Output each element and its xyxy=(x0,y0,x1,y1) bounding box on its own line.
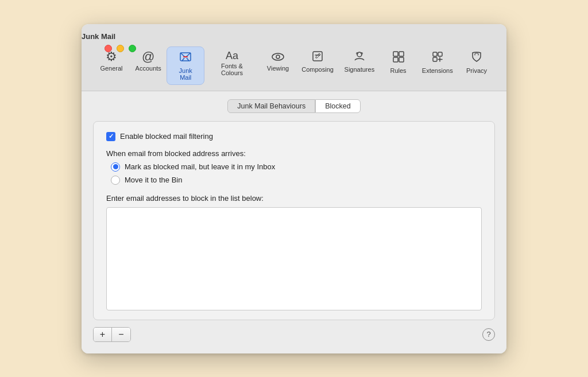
toolbar-label-general: General xyxy=(100,65,122,72)
toolbar-item-accounts[interactable]: @ Accounts xyxy=(130,46,167,85)
svg-rect-14 xyxy=(393,57,398,62)
remove-button[interactable]: − xyxy=(112,328,130,341)
when-email-label: When email from blocked address arrives: xyxy=(106,149,482,158)
tab-junk-mail-behaviours[interactable]: Junk Mail Behaviours xyxy=(227,99,315,113)
toolbar-label-accounts: Accounts xyxy=(136,65,161,72)
toolbar-label-fonts-colours: Fonts & Colours xyxy=(211,63,253,76)
toolbar-item-extensions[interactable]: Extensions xyxy=(417,46,458,85)
add-remove-group: + − xyxy=(93,327,131,342)
radio-row-move-to-bin: Move it to the Bin xyxy=(111,176,482,185)
radio-group: Mark as blocked mail, but leave it in my… xyxy=(111,162,482,185)
svg-rect-16 xyxy=(433,52,437,56)
svg-point-7 xyxy=(276,55,280,59)
svg-rect-12 xyxy=(393,52,398,56)
enable-filtering-label: Enable blocked mail filtering xyxy=(120,132,213,141)
toolbar-label-viewing: Viewing xyxy=(267,65,289,72)
toolbar-item-signatures[interactable]: Signatures xyxy=(339,46,380,85)
junk-mail-icon xyxy=(179,50,192,65)
content-area: Junk Mail Behaviours Blocked Enable bloc… xyxy=(82,91,506,353)
toolbar-item-viewing[interactable]: Viewing xyxy=(260,46,296,85)
radio-label-move-to-bin: Move it to the Bin xyxy=(125,176,182,184)
svg-point-6 xyxy=(272,53,284,60)
rules-icon xyxy=(392,50,405,65)
radio-mark-as-blocked[interactable] xyxy=(111,162,120,172)
tab-blocked[interactable]: Blocked xyxy=(315,99,360,113)
toolbar-item-fonts-colours[interactable]: Aa Fonts & Colours xyxy=(204,46,260,85)
svg-rect-8 xyxy=(313,52,322,61)
svg-rect-17 xyxy=(438,52,442,56)
privacy-icon xyxy=(471,50,482,65)
fonts-icon: Aa xyxy=(226,50,238,61)
list-label: Enter email addresses to block in the li… xyxy=(106,194,482,203)
radio-label-mark-as-blocked: Mark as blocked mail, but leave it in my… xyxy=(125,162,275,171)
composing-icon xyxy=(312,50,323,64)
radio-move-to-bin[interactable] xyxy=(111,176,120,185)
toolbar-item-privacy[interactable]: Privacy xyxy=(458,46,495,85)
toolbar-label-junk-mail: Junk Mail xyxy=(173,67,198,81)
main-window: Junk Mail ⚙ General @ Accounts xyxy=(82,24,506,353)
svg-rect-15 xyxy=(399,57,404,62)
add-button[interactable]: + xyxy=(94,328,112,341)
titlebar: Junk Mail ⚙ General @ Accounts xyxy=(82,24,506,91)
close-button[interactable] xyxy=(105,45,112,52)
toolbar-item-rules[interactable]: Rules xyxy=(380,46,417,85)
window-title: Junk Mail xyxy=(82,32,506,41)
maximize-button[interactable] xyxy=(129,45,136,52)
toolbar-label-signatures: Signatures xyxy=(345,66,375,73)
toolbar-label-extensions: Extensions xyxy=(422,67,453,74)
toolbar-item-junk-mail[interactable]: Junk Mail xyxy=(167,46,204,85)
email-list-area[interactable] xyxy=(106,207,482,310)
signatures-icon xyxy=(353,50,366,64)
viewing-icon xyxy=(272,50,284,63)
svg-rect-13 xyxy=(399,52,404,56)
svg-rect-18 xyxy=(433,57,437,61)
toolbar-item-general[interactable]: ⚙ General xyxy=(93,46,130,85)
toolbar-label-rules: Rules xyxy=(390,67,406,74)
toolbar-label-privacy: Privacy xyxy=(466,67,487,74)
gear-icon: ⚙ xyxy=(106,50,117,63)
toolbar-label-composing: Composing xyxy=(301,66,334,73)
titlebar-wrapper: Junk Mail xyxy=(82,32,506,46)
bottom-bar: + − ? xyxy=(93,327,495,342)
extensions-icon xyxy=(431,50,444,65)
enable-filtering-checkbox[interactable] xyxy=(106,132,115,141)
enable-filtering-row: Enable blocked mail filtering xyxy=(106,132,482,141)
tab-bar: Junk Mail Behaviours Blocked xyxy=(93,99,495,113)
minimize-button[interactable] xyxy=(117,45,124,52)
toolbar-item-composing[interactable]: Composing xyxy=(296,46,339,85)
help-button[interactable]: ? xyxy=(482,328,495,341)
at-icon: @ xyxy=(142,50,154,63)
traffic-lights xyxy=(105,45,136,52)
toolbar: ⚙ General @ Accounts J xyxy=(82,46,506,91)
radio-row-mark-as-blocked: Mark as blocked mail, but leave it in my… xyxy=(111,162,482,172)
blocked-panel: Enable blocked mail filtering When email… xyxy=(93,121,495,320)
